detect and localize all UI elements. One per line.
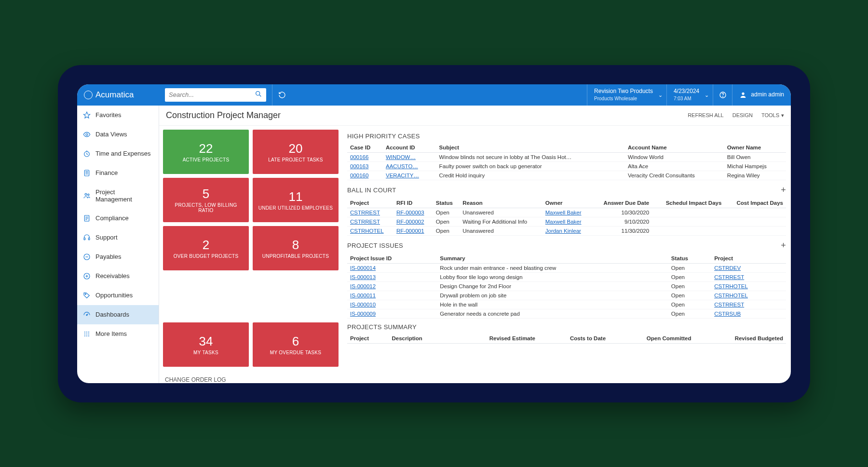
kpi-tile[interactable]: 5PROJECTS, LOW BILLING RATIO (163, 178, 249, 222)
col-header[interactable]: Case ID (347, 143, 383, 153)
svg-point-4 (742, 92, 745, 94)
sidebar-item-project-management[interactable]: Project Management (77, 183, 159, 209)
refresh-all-button[interactable]: REFRESH ALL (688, 112, 724, 119)
kpi-tile[interactable]: 34MY TASKS (163, 322, 249, 367)
col-header[interactable]: Owner Name (724, 143, 786, 153)
time-text: 7:03 AM (674, 95, 699, 102)
sidebar-item-payables[interactable]: Payables (77, 247, 159, 267)
col-header[interactable]: Reason (460, 198, 542, 208)
kpi-tile[interactable]: 20LATE PROJECT TASKS (253, 130, 339, 174)
col-header[interactable]: Project (711, 254, 786, 264)
sidebar-item-finance[interactable]: Finance (77, 163, 159, 183)
col-header[interactable]: Revised Budgeted (694, 334, 786, 344)
sidebar-item-favorites[interactable]: Favorites (77, 106, 159, 125)
sidebar-item-support[interactable]: Support (77, 228, 159, 247)
search-icon[interactable] (255, 90, 262, 99)
project-link[interactable]: CSTRREST (714, 302, 744, 307)
project-link[interactable]: CSTRREST (350, 219, 380, 225)
col-header[interactable]: Answer Due Date (592, 198, 652, 208)
table-row: IS-000011Drywall problem on job siteOpen… (347, 291, 786, 300)
svg-rect-8 (84, 170, 89, 176)
sidebar-item-label: Dashboards (95, 311, 129, 318)
kpi-value: 2 (203, 238, 209, 253)
rfi-link[interactable]: RF-000001 (396, 228, 424, 234)
owner-link[interactable]: Maxwell Baker (545, 219, 582, 225)
project-link[interactable]: CSTRREST (350, 210, 380, 215)
datetime-selector[interactable]: 4/23/2024 7:03 AM ⌄ (666, 84, 713, 106)
case-link[interactable]: 000166 (350, 154, 368, 160)
add-icon[interactable]: + (781, 240, 786, 251)
kpi-tile[interactable]: 8UNPROFITABLE PROJECTS (253, 226, 339, 270)
owner-link[interactable]: Maxwell Baker (545, 210, 582, 215)
kpi-label: UNDER UTILIZED EMPLOYEES (258, 205, 333, 211)
refresh-icon[interactable] (272, 84, 291, 106)
col-header[interactable]: Project (347, 198, 393, 208)
issue-link[interactable]: IS-000014 (350, 265, 376, 271)
sidebar-item-dashboards[interactable]: Dashboards (77, 305, 159, 324)
kpi-tile[interactable]: 6MY OVERDUE TASKS (253, 322, 339, 367)
search-input[interactable] (169, 91, 255, 98)
issue-link[interactable]: IS-000011 (350, 293, 376, 298)
col-header[interactable]: Cost Impact Days (724, 198, 786, 208)
account-link[interactable]: VERACITY… (386, 173, 419, 178)
kpi-tile[interactable]: 2OVER BUDGET PROJECTS (163, 226, 249, 270)
col-header[interactable]: Subject (436, 143, 625, 153)
col-header[interactable]: Owner (542, 198, 592, 208)
user-menu[interactable]: admin admin (732, 84, 791, 106)
account-link[interactable]: AACUSTO… (386, 163, 418, 169)
search-box[interactable] (165, 88, 266, 102)
col-header[interactable]: Costs to Date (538, 334, 609, 344)
col-header[interactable]: Status (668, 254, 711, 264)
col-header[interactable]: Project Issue ID (347, 254, 437, 264)
sidebar-item-opportunities[interactable]: Opportunities (77, 286, 159, 305)
table-row: IS-000014Rock under main entrance - need… (347, 263, 786, 272)
sidebar-item-receivables[interactable]: Receivables (77, 267, 159, 286)
sidebar-item-time-and-expenses[interactable]: Time and Expenses (77, 144, 159, 163)
brand-logo[interactable]: Acumatica (77, 90, 159, 100)
col-header[interactable]: Revised Estimate (450, 334, 538, 344)
rfi-link[interactable]: RF-000002 (396, 219, 424, 225)
col-header[interactable]: Schedul Impact Days (652, 198, 724, 208)
table-row: 000163AACUSTO…Faulty power switch on bac… (347, 161, 786, 171)
sidebar-item-label: Data Views (95, 131, 127, 138)
col-header[interactable]: Project (347, 334, 389, 344)
issue-link[interactable]: IS-000009 (350, 311, 376, 317)
account-link[interactable]: WINDOW… (386, 154, 416, 160)
sidebar-item-more-items[interactable]: More Items (77, 324, 159, 344)
project-link[interactable]: CSTRHOTEL (714, 293, 748, 298)
case-link[interactable]: 000163 (350, 163, 368, 169)
col-header[interactable]: Account Name (625, 143, 724, 153)
tenant-selector[interactable]: Revision Two Products Products Wholesale… (587, 84, 666, 106)
sidebar-item-data-views[interactable]: Data Views (77, 125, 159, 144)
project-link[interactable]: CSTRHOTEL (714, 283, 748, 289)
svg-point-29 (86, 332, 87, 333)
add-icon[interactable]: + (781, 185, 786, 195)
design-button[interactable]: DESIGN (732, 112, 753, 119)
kpi-label: MY OVERDUE TASKS (270, 350, 322, 355)
sidebar-item-compliance[interactable]: Compliance (77, 209, 159, 228)
project-link[interactable]: CSTRSUB (714, 311, 741, 317)
help-icon[interactable] (713, 84, 732, 106)
col-header[interactable]: Summary (437, 254, 668, 264)
rfi-link[interactable]: RF-000003 (396, 210, 424, 215)
col-header[interactable]: Account ID (383, 143, 436, 153)
issue-link[interactable]: IS-000013 (350, 274, 376, 280)
owner-link[interactable]: Jordan Kinlear (545, 228, 581, 234)
col-header[interactable]: Description (389, 334, 450, 344)
sidebar-item-label: Compliance (95, 214, 129, 222)
svg-rect-19 (88, 238, 90, 240)
issue-link[interactable]: IS-000012 (350, 283, 376, 289)
project-link[interactable]: CSTRHOTEL (350, 228, 384, 234)
case-link[interactable]: 000160 (350, 173, 368, 178)
col-header[interactable]: Open Committed (609, 334, 694, 344)
col-header[interactable]: RFI ID (393, 198, 433, 208)
issue-link[interactable]: IS-000010 (350, 302, 376, 307)
project-issues-title: PROJECT ISSUES + (347, 236, 786, 254)
project-link[interactable]: CSTRREST (714, 274, 744, 280)
sidebar-item-label: Opportunities (95, 292, 133, 299)
kpi-tile[interactable]: 11UNDER UTILIZED EMPLOYEES (253, 178, 339, 222)
kpi-tile[interactable]: 22ACTIVE PROJECTS (163, 130, 249, 174)
tools-button[interactable]: TOOLS ▾ (761, 112, 784, 119)
project-link[interactable]: CSTRDEV (714, 265, 741, 271)
col-header[interactable]: Status (433, 198, 460, 208)
